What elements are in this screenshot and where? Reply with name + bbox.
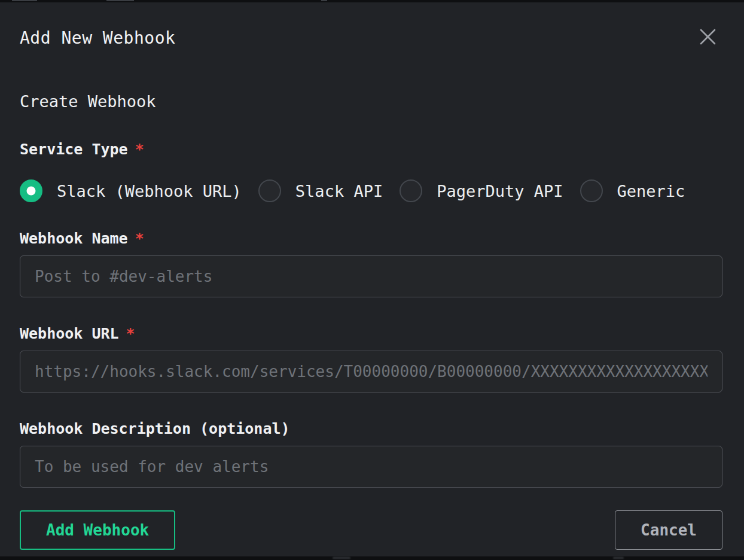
radio-unselected-icon[interactable]	[580, 179, 603, 202]
radio-label: PagerDuty API	[437, 182, 563, 200]
background-page-edge	[12, 0, 37, 1]
close-button[interactable]	[697, 28, 718, 48]
service-type-label: Service Type *	[20, 141, 722, 158]
service-type-radio-group: Slack (Webhook URL) Slack API PagerDuty …	[20, 179, 722, 202]
radio-label: Slack API	[295, 182, 383, 200]
webhook-description-input[interactable]	[20, 446, 722, 488]
required-asterisk: *	[135, 230, 144, 247]
webhook-description-label: Webhook Description (optional)	[20, 420, 722, 437]
background-page-edge	[613, 557, 624, 559]
radio-unselected-icon[interactable]	[258, 179, 281, 202]
radio-option-slack-webhook-url[interactable]: Slack (Webhook URL)	[20, 179, 242, 202]
background-page-edge	[333, 557, 350, 559]
radio-selected-icon[interactable]	[20, 179, 42, 202]
radio-option-generic[interactable]: Generic	[580, 179, 685, 202]
modal-header: Add New Webhook	[20, 28, 722, 48]
create-webhook-heading: Create Webhook	[20, 92, 722, 111]
webhook-url-label-text: Webhook URL	[20, 325, 119, 342]
radio-option-pagerduty-api[interactable]: PagerDuty API	[400, 179, 563, 202]
required-asterisk: *	[126, 325, 135, 342]
webhook-name-label: Webhook Name *	[20, 230, 722, 247]
radio-label: Slack (Webhook URL)	[57, 182, 242, 200]
cancel-button[interactable]: Cancel	[615, 510, 722, 550]
service-type-label-text: Service Type	[20, 141, 128, 158]
close-icon	[700, 29, 716, 47]
webhook-name-input[interactable]	[20, 255, 722, 297]
webhook-url-label: Webhook URL *	[20, 325, 722, 342]
add-webhook-modal: Add New Webhook Create Webhook Service T…	[0, 2, 744, 556]
webhook-description-label-text: Webhook Description (optional)	[20, 420, 290, 437]
radio-unselected-icon[interactable]	[400, 179, 422, 202]
background-page-edge	[106, 0, 134, 1]
modal-footer: Add Webhook Cancel	[20, 510, 722, 550]
radio-label: Generic	[617, 182, 685, 200]
radio-option-slack-api[interactable]: Slack API	[258, 179, 383, 202]
add-webhook-button[interactable]: Add Webhook	[20, 510, 175, 550]
background-page-edge	[321, 0, 327, 1]
required-asterisk: *	[135, 141, 144, 158]
modal-title: Add New Webhook	[20, 28, 175, 48]
webhook-url-input[interactable]	[20, 351, 722, 392]
webhook-name-label-text: Webhook Name	[20, 230, 128, 247]
